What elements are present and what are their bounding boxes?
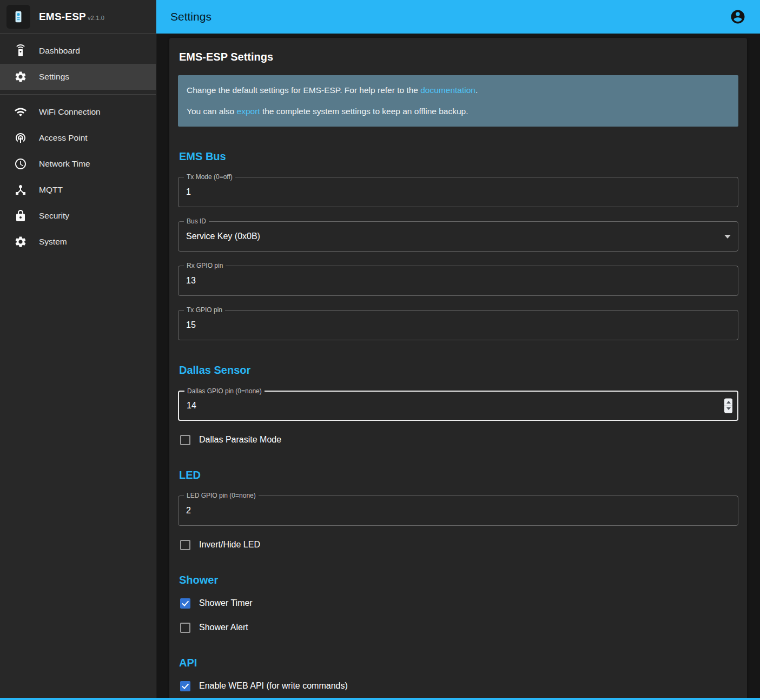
number-spinner[interactable]	[724, 398, 732, 413]
clock-icon	[14, 157, 27, 170]
rx-gpio-input[interactable]	[179, 266, 738, 295]
appbar: Settings	[156, 0, 760, 34]
sidebar-item-label: MQTT	[39, 185, 63, 195]
led-gpio-field: LED GPIO pin (0=none)	[178, 496, 738, 526]
sidebar: EMS-ESPv2.1.0 Dashboard Settings WiFi Co…	[0, 0, 156, 700]
enable-web-api-label: Enable WEB API (for write commands)	[199, 681, 348, 691]
page-title: EMS-ESP Settings	[179, 51, 737, 63]
shower-timer-label: Shower Timer	[199, 598, 253, 608]
info-text: Change the default settings for EMS-ESP.…	[187, 85, 420, 95]
dallas-gpio-input[interactable]	[179, 392, 737, 420]
led-gpio-label: LED GPIO pin (0=none)	[184, 491, 259, 500]
section-heading-shower: Shower	[179, 574, 737, 586]
spinner-down-icon[interactable]	[724, 406, 732, 413]
boiler-device-icon	[11, 10, 25, 24]
main-column: Settings EMS-ESP Settings Change the def…	[156, 0, 760, 700]
section-heading-api: API	[179, 657, 737, 669]
sidebar-item-security[interactable]: Security	[0, 203, 156, 229]
enable-web-api-checkbox[interactable]	[180, 681, 190, 691]
account-circle-icon[interactable]	[730, 9, 746, 25]
tx-mode-input[interactable]	[179, 177, 738, 207]
app-title: EMS-ESPv2.1.0	[39, 11, 104, 23]
sidebar-item-label: Security	[39, 211, 69, 221]
invert-led-row[interactable]: Invert/Hide LED	[180, 540, 260, 550]
sidebar-item-wifi-connection[interactable]: WiFi Connection	[0, 99, 156, 125]
info-text: You can also	[187, 107, 237, 116]
section-heading-ems-bus: EMS Bus	[179, 150, 737, 163]
sidebar-item-access-point[interactable]: Access Point	[0, 125, 156, 151]
documentation-link[interactable]: documentation	[420, 85, 475, 95]
tx-mode-label: Tx Mode (0=off)	[184, 173, 235, 181]
rx-gpio-field: Rx GPIO pin	[178, 266, 738, 296]
dallas-parasite-checkbox[interactable]	[180, 435, 190, 445]
shower-timer-checkbox[interactable]	[180, 598, 190, 609]
tx-gpio-field: Tx GPIO pin	[178, 310, 738, 340]
export-link[interactable]: export	[237, 107, 260, 116]
app-name: EMS-ESP	[39, 11, 86, 22]
sidebar-item-label: Settings	[39, 72, 69, 82]
app-root: EMS-ESPv2.1.0 Dashboard Settings WiFi Co…	[0, 0, 760, 700]
sidebar-header: EMS-ESPv2.1.0	[0, 0, 156, 34]
info-line-2: You can also export the complete system …	[187, 105, 730, 117]
info-box: Change the default settings for EMS-ESP.…	[178, 75, 738, 127]
sidebar-item-label: System	[39, 237, 67, 247]
sidebar-nav: Dashboard Settings WiFi Connection Acces…	[0, 34, 156, 255]
info-text: .	[475, 85, 478, 95]
section-heading-led: LED	[179, 469, 737, 481]
appbar-title: Settings	[170, 10, 212, 23]
shower-timer-row[interactable]: Shower Timer	[180, 598, 253, 609]
tx-mode-field: Tx Mode (0=off)	[178, 177, 738, 207]
dallas-gpio-field: Dallas GPIO pin (0=none)	[178, 391, 738, 421]
sidebar-item-settings[interactable]: Settings	[0, 64, 156, 90]
sidebar-item-label: Access Point	[39, 133, 88, 143]
settings-card: EMS-ESP Settings Change the default sett…	[169, 38, 747, 700]
sidebar-item-label: WiFi Connection	[39, 107, 101, 117]
info-text: the complete system settings to keep an …	[260, 107, 468, 116]
sidebar-divider	[0, 94, 156, 95]
rx-gpio-label: Rx GPIO pin	[184, 261, 226, 270]
bus-id-label: Bus ID	[184, 217, 209, 226]
app-version: v2.1.0	[88, 15, 104, 21]
sidebar-item-label: Network Time	[39, 159, 90, 169]
settings-remote-icon	[14, 44, 27, 57]
sidebar-item-mqtt[interactable]: MQTT	[0, 177, 156, 203]
lock-icon	[14, 209, 27, 222]
gear-icon	[14, 235, 27, 248]
sidebar-item-label: Dashboard	[39, 46, 80, 56]
wifi-icon	[14, 105, 27, 118]
shower-alert-label: Shower Alert	[199, 623, 248, 632]
sidebar-item-dashboard[interactable]: Dashboard	[0, 38, 156, 64]
tx-gpio-input[interactable]	[179, 311, 738, 340]
invert-led-label: Invert/Hide LED	[199, 540, 260, 550]
dallas-parasite-row[interactable]: Dallas Parasite Mode	[180, 435, 281, 445]
tx-gpio-label: Tx GPIO pin	[184, 306, 225, 314]
gear-icon	[14, 70, 27, 83]
content-area: EMS-ESP Settings Change the default sett…	[156, 34, 760, 700]
bus-id-value: Service Key (0x0B)	[179, 222, 738, 251]
led-gpio-input[interactable]	[179, 496, 738, 525]
invert-led-checkbox[interactable]	[180, 540, 190, 550]
sidebar-item-system[interactable]: System	[0, 229, 156, 255]
device-hub-icon	[14, 183, 27, 196]
chevron-down-icon	[724, 235, 731, 239]
dallas-gpio-label: Dallas GPIO pin (0=none)	[184, 387, 265, 395]
wifi-tethering-icon	[14, 131, 27, 144]
shower-alert-row[interactable]: Shower Alert	[180, 623, 248, 633]
enable-web-api-row[interactable]: Enable WEB API (for write commands)	[180, 681, 348, 691]
spinner-up-icon[interactable]	[724, 398, 732, 406]
shower-alert-checkbox[interactable]	[180, 623, 190, 633]
info-line-1: Change the default settings for EMS-ESP.…	[187, 84, 730, 96]
bottom-accent-strip	[0, 698, 760, 700]
section-heading-dallas-sensor: Dallas Sensor	[179, 364, 737, 377]
bus-id-select[interactable]: Bus ID Service Key (0x0B)	[178, 221, 738, 252]
app-logo	[6, 5, 30, 29]
dallas-parasite-label: Dallas Parasite Mode	[199, 435, 281, 445]
sidebar-item-network-time[interactable]: Network Time	[0, 151, 156, 177]
